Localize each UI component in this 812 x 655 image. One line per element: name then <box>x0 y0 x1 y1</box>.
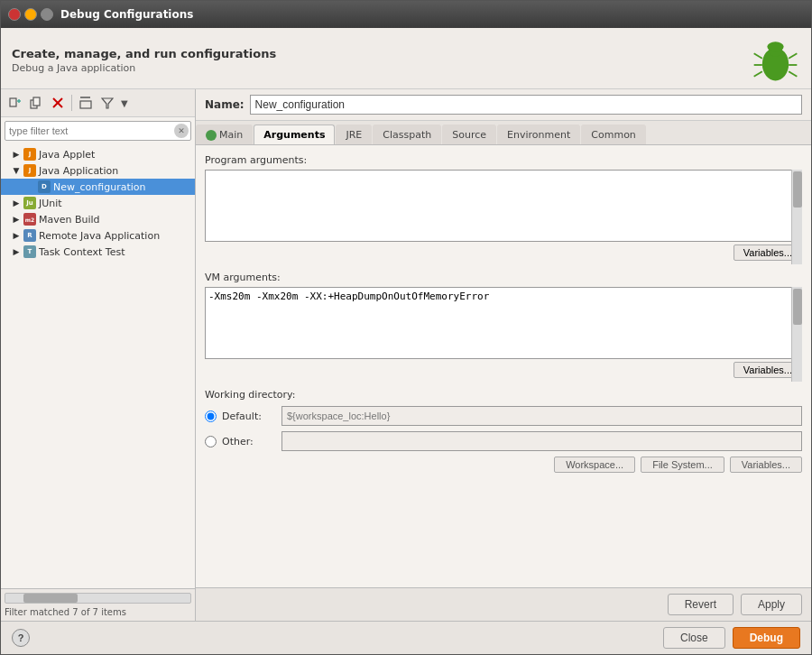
tab-main-label: Main <box>219 129 243 141</box>
other-radio-row: Other: <box>205 431 802 451</box>
titlebar: Debug Configurations <box>1 1 811 28</box>
tab-environment[interactable]: Environment <box>497 125 580 144</box>
program-arguments-label: Program arguments: <box>205 154 802 166</box>
toggle-task-context[interactable]: ▶ <box>12 247 21 256</box>
name-label: Name: <box>205 98 245 111</box>
tree-item-junit[interactable]: ▶ Ju JUnit <box>1 195 195 211</box>
debug-btn[interactable]: Debug <box>733 627 800 649</box>
arguments-tab-content: Program arguments: Variables... VM argum… <box>196 145 811 587</box>
tree-item-maven-build[interactable]: ▶ m2 Maven Build <box>1 211 195 227</box>
maven-icon: m2 <box>23 213 36 226</box>
svg-rect-18 <box>80 101 91 108</box>
other-path-input[interactable] <box>281 431 802 451</box>
tab-main[interactable]: Main <box>196 125 253 144</box>
tab-source[interactable]: Source <box>442 125 496 144</box>
svg-line-9 <box>789 71 797 77</box>
vm-arguments-textarea[interactable]: -Xms20m -Xmx20m -XX:+HeapDumpOnOutOfMemo… <box>205 287 802 359</box>
header-title: Create, manage, and run configurations <box>12 47 276 60</box>
vm-arguments-container: -Xms20m -Xmx20m -XX:+HeapDumpOnOutOfMemo… <box>205 287 802 382</box>
main-content: ▼ ✕ ▶ J Java Applet ▼ J Java Application <box>1 89 811 621</box>
dir-variables-btn[interactable]: Variables... <box>730 457 802 473</box>
debug-configurations-window: Debug Configurations Create, manage, and… <box>0 0 812 655</box>
svg-line-4 <box>754 53 762 59</box>
toggle-remote-java[interactable]: ▶ <box>12 231 21 240</box>
revert-btn[interactable]: Revert <box>668 594 734 615</box>
new-config-btn[interactable] <box>5 93 24 113</box>
minimize-window-btn[interactable] <box>24 8 37 21</box>
remote-java-label: Remote Java Application <box>39 230 160 242</box>
tab-classpath[interactable]: Classpath <box>373 125 441 144</box>
header-subtitle: Debug a Java application <box>12 62 276 74</box>
tab-jre[interactable]: JRE <box>336 125 372 144</box>
svg-line-6 <box>754 71 762 77</box>
footer-buttons: Close Debug <box>663 627 800 649</box>
workspace-btn[interactable]: Workspace... <box>554 457 635 473</box>
svg-line-7 <box>789 53 797 59</box>
tab-common[interactable]: Common <box>581 125 646 144</box>
main-tab-icon <box>206 130 217 141</box>
window-controls <box>8 8 53 21</box>
name-input[interactable] <box>250 95 802 115</box>
horizontal-scrollbar[interactable] <box>5 593 191 604</box>
toggle-java-application[interactable]: ▼ <box>12 166 21 175</box>
toggle-junit[interactable]: ▶ <box>12 198 21 208</box>
tab-arguments-label: Arguments <box>263 129 325 141</box>
new-configuration-icon: D <box>38 180 51 193</box>
collapse-all-btn[interactable] <box>76 93 96 113</box>
toggle-maven-build[interactable]: ▶ <box>12 215 21 224</box>
config-tree: ▶ J Java Applet ▼ J Java Application ▶ D… <box>1 144 195 588</box>
svg-rect-15 <box>33 97 40 106</box>
filter-dropdown-icon[interactable]: ▼ <box>121 98 128 108</box>
tree-item-remote-java[interactable]: ▶ R Remote Java Application <box>1 227 195 244</box>
program-args-scrollbar[interactable] <box>791 170 802 264</box>
tree-item-new-configuration[interactable]: ▶ D New_configuration <box>1 179 195 195</box>
java-application-label: Java Application <box>39 165 118 177</box>
close-btn[interactable]: Close <box>663 627 725 649</box>
tabs-bar: Main Arguments JRE Classpath Source Envi… <box>196 121 811 145</box>
other-radio[interactable] <box>205 436 217 447</box>
tree-item-task-context[interactable]: ▶ T Task Context Test <box>1 244 195 260</box>
filter-btn[interactable] <box>97 93 117 113</box>
other-radio-label[interactable]: Other: <box>222 436 276 447</box>
search-input[interactable] <box>5 121 191 141</box>
default-radio-row: Default: <box>205 406 802 426</box>
java-applet-icon: J <box>23 148 36 161</box>
maven-build-label: Maven Build <box>39 214 100 226</box>
window-header: Create, manage, and run configurations D… <box>1 28 811 89</box>
delete-config-btn[interactable] <box>48 93 68 113</box>
search-clear-icon[interactable]: ✕ <box>174 124 189 138</box>
default-radio[interactable] <box>205 411 217 422</box>
program-arguments-container: Variables... <box>205 170 802 264</box>
apply-btn[interactable]: Apply <box>741 594 802 615</box>
program-arguments-textarea[interactable] <box>205 170 802 242</box>
remote-java-icon: R <box>23 229 36 242</box>
tab-common-label: Common <box>591 129 636 141</box>
tab-arguments[interactable]: Arguments <box>254 125 335 144</box>
vm-args-scrollbar[interactable] <box>791 287 802 382</box>
svg-rect-11 <box>10 98 16 106</box>
working-directory-section: Working directory: Default: Other: Works… <box>205 389 802 473</box>
java-application-icon: J <box>23 164 36 177</box>
program-args-scrollbar-thumb[interactable] <box>793 171 802 208</box>
default-radio-label[interactable]: Default: <box>222 411 276 422</box>
sidebar: ▼ ✕ ▶ J Java Applet ▼ J Java Application <box>1 89 196 621</box>
bottom-action-bar: Revert Apply <box>196 587 811 621</box>
window-footer: ? Close Debug <box>1 621 811 654</box>
toggle-java-applet[interactable]: ▶ <box>12 150 21 159</box>
vm-args-scrollbar-thumb[interactable] <box>793 289 802 325</box>
default-path-input <box>281 406 802 426</box>
help-btn[interactable]: ? <box>12 629 30 647</box>
maximize-window-btn[interactable] <box>41 8 53 21</box>
tab-jre-label: JRE <box>346 129 362 141</box>
task-context-icon: T <box>23 245 36 258</box>
filesystem-btn[interactable]: File System... <box>641 457 724 473</box>
window-title: Debug Configurations <box>60 8 193 21</box>
tree-item-java-applet[interactable]: ▶ J Java Applet <box>1 146 195 162</box>
name-bar: Name: <box>196 89 811 121</box>
duplicate-config-btn[interactable] <box>26 93 46 113</box>
scrollbar-thumb[interactable] <box>23 594 78 603</box>
close-window-btn[interactable] <box>8 8 21 21</box>
svg-point-10 <box>767 42 783 51</box>
header-text: Create, manage, and run configurations D… <box>12 47 276 74</box>
tree-item-java-application[interactable]: ▼ J Java Application <box>1 162 195 179</box>
